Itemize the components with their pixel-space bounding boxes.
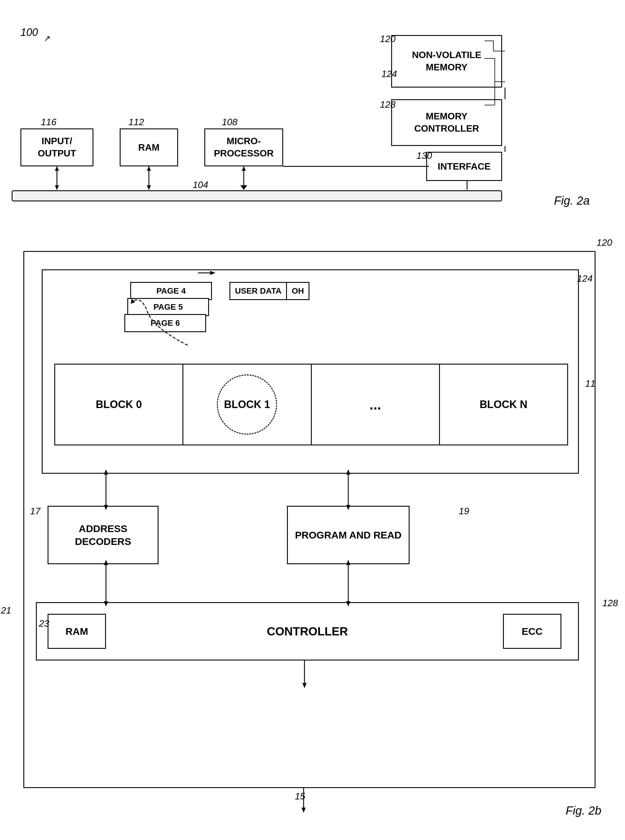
- label-128a: 128: [380, 99, 396, 110]
- label-116: 116: [41, 117, 56, 127]
- svg-marker-38: [302, 807, 306, 813]
- block0-label: BLOCK 0: [96, 398, 142, 411]
- pcb-bus: [12, 190, 502, 201]
- addr-dec-line2: DECODERS: [75, 535, 131, 548]
- label-100: 100: [20, 26, 38, 39]
- userdata-box: USER DATA OH: [229, 282, 309, 300]
- blocks-row: BLOCK 0 BLOCK 1 ... BLOCK N: [54, 364, 568, 446]
- mc-box: MEMORY CONTROLLER: [391, 99, 502, 146]
- nvm-box: NON-VOLATILE MEMORY: [391, 35, 502, 88]
- label-21: 21: [1, 605, 11, 616]
- diagram-container: 100 ↗ NON-VOLATILE MEMORY MEMORY CONTROL…: [0, 0, 625, 840]
- interface-box: INTERFACE: [426, 152, 502, 181]
- interface-label: INTERFACE: [438, 161, 490, 172]
- fig2b: 120 124 PAGE 4 PAGE 5 PAGE 6: [12, 228, 613, 817]
- io-box: INPUT/ OUTPUT: [20, 129, 93, 166]
- fig2a-label: Fig. 2a: [554, 194, 590, 207]
- dots-cell: ...: [312, 365, 440, 444]
- page5-box: PAGE 5: [127, 298, 209, 316]
- fig2a: 100 ↗ NON-VOLATILE MEMORY MEMORY CONTROL…: [12, 17, 613, 210]
- label-130: 130: [417, 150, 432, 161]
- oh-label: OH: [287, 283, 309, 299]
- label-11: 11: [585, 378, 595, 389]
- label-23: 23: [39, 618, 49, 629]
- nvm-area-box: 124 PAGE 4 PAGE 5 PAGE 6 USER DATA: [42, 269, 579, 474]
- svg-marker-7: [55, 166, 59, 171]
- fig2a-svg: [12, 17, 613, 210]
- mp-label-line1: MICRO-: [214, 135, 274, 148]
- svg-marker-12: [240, 185, 247, 190]
- label-17: 17: [30, 506, 40, 517]
- dots-label: ...: [370, 397, 381, 413]
- svg-marker-8: [55, 185, 59, 190]
- page4-box: PAGE 4: [130, 282, 212, 300]
- prog-read-line1: PROGRAM AND READ: [295, 529, 401, 542]
- ram-label-2a: RAM: [138, 142, 160, 153]
- nvm-label-line2: MEMORY: [412, 61, 481, 73]
- controller-box: CONTROLLER: [36, 602, 579, 660]
- page5-label: PAGE 5: [154, 302, 183, 312]
- label-120b: 120: [597, 237, 612, 248]
- label-124: 124: [381, 68, 397, 79]
- ecc-label: ECC: [522, 626, 543, 637]
- addr-dec-line1: ADDRESS: [75, 522, 131, 535]
- userdata-label: USER DATA: [230, 283, 286, 299]
- controller-label: CONTROLLER: [267, 625, 348, 638]
- svg-marker-10: [147, 185, 151, 190]
- prog-read-box: PROGRAM AND READ: [287, 506, 410, 564]
- label-128b: 128: [603, 598, 618, 609]
- blockN-cell: BLOCK N: [440, 365, 567, 444]
- svg-marker-36: [302, 683, 306, 688]
- label-15: 15: [295, 791, 305, 802]
- label-120: 120: [380, 34, 396, 44]
- pages-stack: PAGE 4 PAGE 5 PAGE 6: [124, 282, 218, 346]
- ram-inner: RAM: [48, 614, 106, 649]
- ecc-inner: ECC: [503, 614, 561, 649]
- label-112: 112: [129, 117, 144, 127]
- outer-box-120: 120 124 PAGE 4 PAGE 5 PAGE 6: [23, 251, 595, 788]
- label-104: 104: [193, 180, 208, 190]
- label-124b: 124: [577, 273, 592, 284]
- fig2b-label: Fig. 2b: [566, 804, 602, 817]
- ram-box-2a: RAM: [120, 129, 178, 166]
- mp-box: MICRO- PROCESSOR: [204, 129, 283, 166]
- mc-label-line1: MEMORY: [414, 110, 479, 123]
- mc-label-line2: CONTROLLER: [414, 123, 479, 135]
- nvm-label-line1: NON-VOLATILE: [412, 49, 481, 61]
- page6-box: PAGE 6: [124, 314, 206, 332]
- page6-label: PAGE 6: [151, 318, 180, 328]
- block1-cell: BLOCK 1: [183, 365, 311, 444]
- label-19: 19: [459, 506, 469, 517]
- blockN-label: BLOCK N: [480, 398, 527, 411]
- ram-inner-label: RAM: [65, 626, 88, 637]
- io-label-line2: OUTPUT: [38, 148, 76, 160]
- block1-label: BLOCK 1: [224, 398, 270, 411]
- arrow-100: ↗: [44, 34, 50, 43]
- svg-marker-9: [147, 166, 151, 171]
- mp-label-line2: PROCESSOR: [214, 148, 274, 160]
- io-label-line1: INPUT/: [38, 135, 76, 148]
- addr-dec-box: ADDRESS DECODERS: [48, 506, 159, 564]
- label-108: 108: [222, 117, 237, 127]
- svg-marker-11: [242, 166, 246, 171]
- page4-label: PAGE 4: [157, 286, 186, 296]
- block0-cell: BLOCK 0: [55, 365, 183, 444]
